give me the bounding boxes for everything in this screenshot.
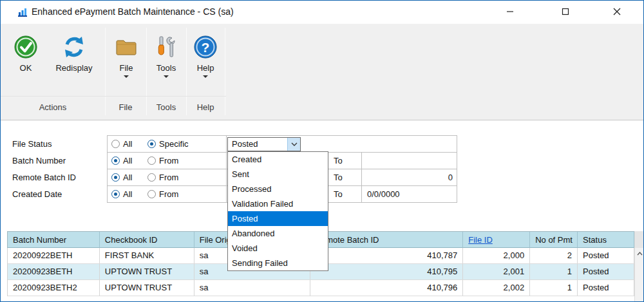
header-no-of-pmt[interactable]: No of Pmt xyxy=(530,232,578,248)
table-row[interactable]: 20200923BETH2 UPTOWN TRUST sa 410,796 2,… xyxy=(7,280,634,296)
created-date-from-radio[interactable] xyxy=(147,190,156,198)
cell-file-id: 2,000 xyxy=(463,248,530,264)
cell-no-of-pmt: 1 xyxy=(530,264,578,280)
app-window: Enhanced ePayment Batch Maintenance - CS… xyxy=(0,0,644,302)
tools-menu-button[interactable]: Tools xyxy=(147,33,185,97)
remote-batch-id-to-field[interactable]: 0 xyxy=(361,169,457,186)
ribbon: OK Redisplay File xyxy=(1,24,643,120)
redisplay-refresh-icon xyxy=(46,33,102,61)
header-status[interactable]: Status xyxy=(578,232,634,248)
cell-status: Posted xyxy=(578,280,634,296)
ok-check-icon xyxy=(7,33,44,61)
window-title: Enhanced ePayment Batch Maintenance - CS… xyxy=(32,6,234,17)
svg-text:?: ? xyxy=(202,40,210,55)
file-status-options-cell: All Specific xyxy=(107,135,227,153)
help-menu-label: Help xyxy=(187,63,223,73)
file-status-combobox[interactable]: Posted xyxy=(227,137,301,151)
dropdown-option-sending-failed[interactable]: Sending Failed xyxy=(228,256,328,270)
cell-checkbook-id: FIRST BANK xyxy=(100,248,194,264)
cell-file-origin: sa xyxy=(194,280,310,296)
titlebar: Enhanced ePayment Batch Maintenance - CS… xyxy=(1,1,643,24)
batch-number-options-cell: All From xyxy=(107,152,227,169)
created-date-all-label: All xyxy=(123,189,132,199)
scroll-up-button[interactable] xyxy=(635,248,644,259)
batch-number-label: Batch Number xyxy=(12,152,66,169)
cell-checkbook-id: UPTOWN TRUST xyxy=(100,264,194,280)
dropdown-option-posted[interactable]: Posted xyxy=(228,211,328,226)
tools-icon xyxy=(147,33,185,61)
cell-no-of-pmt: 2 xyxy=(530,248,578,264)
file-status-label: File Status xyxy=(12,135,52,153)
remote-batch-id-all-radio[interactable] xyxy=(111,173,120,182)
close-icon xyxy=(614,8,620,15)
created-date-options-cell: All From xyxy=(107,185,227,203)
maximize-icon xyxy=(563,9,569,15)
remote-batch-id-all-label: All xyxy=(123,173,132,182)
table-scrollbar[interactable] xyxy=(634,231,644,301)
ribbon-group-actions: Actions xyxy=(1,100,105,115)
file-menu-button[interactable]: File xyxy=(108,33,145,97)
help-menu-button[interactable]: ? Help xyxy=(187,33,223,97)
chevron-down-icon xyxy=(124,75,129,78)
batch-number-all-label: All xyxy=(123,156,132,165)
cell-remote-batch-id: 410,787 xyxy=(310,248,464,264)
ribbon-group-tools: Tools xyxy=(146,100,186,115)
ribbon-group-file: File xyxy=(105,100,146,115)
dropdown-option-validation-failed[interactable]: Validation Failed xyxy=(228,196,328,211)
created-date-to-field[interactable]: 0/0/0000 xyxy=(361,185,457,203)
batch-number-to-label: To xyxy=(328,152,362,169)
created-date-from-label: From xyxy=(159,189,178,199)
header-checkbook-id[interactable]: Checkbook ID xyxy=(100,232,194,248)
file-status-specific-label: Specific xyxy=(159,139,189,149)
redisplay-button[interactable]: Redisplay xyxy=(46,33,102,97)
app-bar-chart-icon xyxy=(17,7,28,17)
cell-file-id: 2,001 xyxy=(463,264,530,280)
minimize-button[interactable] xyxy=(495,1,525,23)
maximize-button[interactable] xyxy=(551,1,580,23)
close-button[interactable] xyxy=(602,1,632,23)
remote-batch-id-to-label: To xyxy=(328,169,362,186)
header-batch-number[interactable]: Batch Number xyxy=(8,232,100,248)
remote-batch-id-label: Remote Batch ID xyxy=(12,169,76,186)
file-status-specific-radio[interactable] xyxy=(147,140,156,148)
chevron-down-icon xyxy=(291,142,298,146)
file-status-combobox-value: Posted xyxy=(232,138,258,151)
ribbon-caption-divider xyxy=(1,96,226,97)
cell-batch-number: 20200923BETH2 xyxy=(8,280,100,296)
redisplay-button-label: Redisplay xyxy=(46,63,102,73)
created-date-all-radio[interactable] xyxy=(111,190,120,198)
file-menu-label: File xyxy=(108,63,145,73)
batch-number-to-field[interactable] xyxy=(361,152,457,169)
cell-remote-batch-id: 410,796 xyxy=(310,280,464,296)
dropdown-option-created[interactable]: Created xyxy=(228,152,328,167)
cell-file-id: 2,002 xyxy=(463,280,530,296)
batch-number-from-radio[interactable] xyxy=(147,156,156,165)
dropdown-option-abandoned[interactable]: Abandoned xyxy=(228,226,328,241)
cell-remote-batch-id: 410,795 xyxy=(310,264,464,280)
ok-button-label: OK xyxy=(7,63,44,73)
header-remote-batch-id[interactable]: Remote Batch ID xyxy=(310,232,464,248)
cell-batch-number: 20200923BETH xyxy=(8,264,100,280)
cell-status: Posted xyxy=(578,248,634,264)
chevron-down-icon xyxy=(203,75,208,78)
file-status-dropdown-button[interactable] xyxy=(287,138,300,151)
scrollbar-corner xyxy=(635,231,644,248)
cell-batch-number: 20200922BETH xyxy=(8,248,100,264)
dropdown-option-voided[interactable]: Voided xyxy=(228,241,328,256)
ok-button[interactable]: OK xyxy=(7,33,44,97)
batch-number-from-label: From xyxy=(159,156,178,165)
file-status-all-radio[interactable] xyxy=(111,140,120,148)
help-question-icon: ? xyxy=(187,33,223,61)
dropdown-option-sent[interactable]: Sent xyxy=(228,167,328,182)
header-file-id-link[interactable]: File ID xyxy=(463,232,530,248)
remote-batch-id-from-radio[interactable] xyxy=(147,173,156,182)
cell-checkbook-id: UPTOWN TRUST xyxy=(100,280,194,296)
remote-batch-id-options-cell: All From xyxy=(107,169,227,186)
batch-number-all-radio[interactable] xyxy=(111,156,120,165)
created-date-label: Created Date xyxy=(12,185,62,203)
dropdown-option-processed[interactable]: Processed xyxy=(228,182,328,196)
file-status-dropdown-list: Created Sent Processed Validation Failed… xyxy=(227,151,328,271)
cell-status: Posted xyxy=(578,264,634,280)
file-status-all-label: All xyxy=(123,139,132,149)
remote-batch-id-from-label: From xyxy=(159,173,178,182)
